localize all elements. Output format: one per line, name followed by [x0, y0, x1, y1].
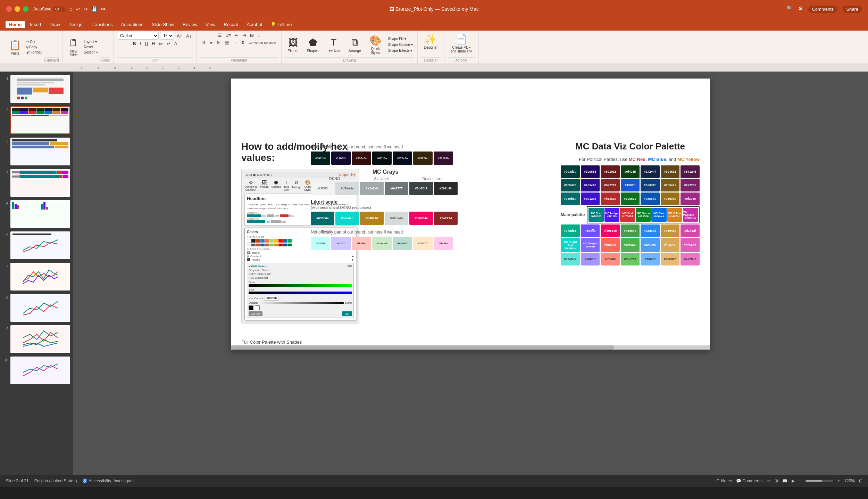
arrange-button[interactable]: ⧉ Arrange — [346, 35, 364, 54]
comments-button[interactable]: Comments — [808, 6, 837, 13]
bold-button[interactable]: B — [131, 40, 137, 47]
indent-decrease-button[interactable]: ⇤ — [233, 32, 240, 39]
slide-thumb-9[interactable]: 9 — [2, 325, 71, 354]
align-right-button[interactable]: ⫸ — [215, 39, 222, 46]
slide-panel[interactable]: 1 — [0, 72, 73, 475]
slide-thumb-4[interactable]: 4 — [2, 168, 71, 197]
more-icon[interactable]: ••• — [101, 6, 106, 12]
align-left-button[interactable]: ⫷ — [200, 39, 207, 46]
quick-styles-button[interactable]: 🎨 Quick Styles — [367, 33, 384, 56]
menu-design[interactable]: Design — [65, 21, 86, 28]
reset-button[interactable]: Reset — [83, 45, 99, 49]
reading-view-button[interactable]: 📖 — [782, 478, 787, 483]
slide-thumb-6[interactable]: 6 — [2, 231, 71, 260]
menu-acrobat[interactable]: Acrobat — [243, 21, 266, 28]
slideshow-button[interactable]: ▶ — [792, 478, 795, 483]
underline-button[interactable]: U — [143, 40, 149, 47]
smartart-button[interactable]: Convert to SmartArt — [247, 40, 278, 45]
slide-thumb-5[interactable]: 5 — [2, 199, 71, 229]
menu-tellme[interactable]: 💡Tell me — [267, 21, 295, 28]
align-vert-button[interactable]: ⇕ — [240, 39, 246, 46]
settings-icon[interactable]: ⚙ — [798, 6, 803, 13]
picture-button[interactable]: 🖼 Picture — [285, 35, 301, 54]
autosave-toggle[interactable]: AutoSave OFF — [33, 7, 65, 11]
slide-sorter-button[interactable]: ⊞ — [775, 478, 778, 483]
menu-home[interactable]: Home — [6, 21, 25, 28]
cut-button[interactable]: ✂Cut — [25, 40, 43, 44]
menu-draw[interactable]: Draw — [46, 21, 64, 28]
slide-preview-7[interactable] — [10, 263, 70, 291]
font-decrease-button[interactable]: A↓ — [185, 33, 193, 39]
slide-preview-2[interactable] — [10, 106, 70, 134]
italic-button[interactable]: I — [139, 40, 143, 47]
zoom-slider[interactable] — [806, 480, 833, 482]
slide-preview-6[interactable] — [10, 231, 70, 259]
line-spacing-button[interactable]: ↕ — [256, 32, 261, 39]
numbering-button[interactable]: 1≡ — [224, 32, 232, 39]
slide-preview-10[interactable] — [10, 357, 70, 384]
zoom-in-button[interactable]: + — [837, 478, 840, 483]
shape-effects-button[interactable]: Shape Effects ▾ — [387, 48, 414, 53]
slide-preview-1[interactable] — [10, 75, 70, 103]
slide-thumb-2[interactable]: 2 — [2, 106, 71, 135]
font-size-select[interactable]: 18 — [160, 32, 174, 40]
section-button[interactable]: Section ▾ — [83, 50, 99, 55]
textbox-button[interactable]: T Text Box — [324, 35, 343, 54]
slide-thumb-10[interactable]: 10 — [2, 356, 71, 385]
zoom-out-button[interactable]: − — [799, 478, 801, 483]
slide-preview-3[interactable] — [10, 138, 70, 165]
save-icon[interactable]: 💾 — [91, 6, 97, 12]
shape-fill-button[interactable]: Shape Fill ▾ — [387, 36, 414, 41]
slide-thumb-8[interactable]: 8 — [2, 293, 71, 322]
slide-thumb-3[interactable]: 3 — [2, 137, 71, 166]
notes-button[interactable]: 🗒 Notes — [716, 478, 732, 483]
align-center-button[interactable]: ≡ — [208, 39, 214, 46]
text-direction-button[interactable]: ↔ — [231, 39, 239, 46]
layout-button[interactable]: Layout ▾ — [83, 40, 99, 44]
copy-button[interactable]: ⎘Copy — [25, 45, 43, 49]
designer-button[interactable]: ✨ Designer — [421, 32, 441, 51]
subscript-button[interactable]: x₂ — [157, 40, 164, 47]
align-justify-button[interactable]: ▤ — [223, 39, 230, 46]
zoom-level[interactable]: 120% — [844, 478, 855, 483]
fit-button[interactable]: ⊡ — [859, 478, 862, 483]
bullets-button[interactable]: ☰ — [216, 32, 223, 39]
columns-button[interactable]: ⊟ — [249, 32, 255, 39]
close-button[interactable] — [6, 6, 12, 12]
screenshot-ok-button[interactable]: OK — [342, 311, 352, 316]
font-increase-button[interactable]: A↑ — [175, 33, 183, 39]
slide-preview-4[interactable] — [10, 169, 70, 197]
screenshot-cancel-button[interactable]: Cancel — [249, 311, 262, 316]
strikethrough-button[interactable]: S — [151, 40, 157, 47]
slide-thumb-1[interactable]: 1 — [2, 74, 71, 104]
font-family-select[interactable]: Calibri — [117, 32, 159, 40]
horizontal-scrollbar[interactable] — [231, 345, 710, 350]
menu-insert[interactable]: Insert — [26, 21, 45, 28]
slide-preview-5[interactable] — [10, 200, 70, 228]
slide-preview-9[interactable] — [10, 325, 70, 353]
menu-slideshow[interactable]: Slide Show — [148, 21, 178, 28]
slide-thumb-7[interactable]: 7 — [2, 262, 71, 291]
canvas-area[interactable]: How to add/modify hex values: ⊡ ⊟ ▣ ∆ ⊕ … — [73, 72, 868, 475]
font-color-button[interactable]: A — [173, 40, 179, 47]
menu-record[interactable]: Record — [220, 21, 242, 28]
menu-animations[interactable]: Animations — [118, 21, 147, 28]
slide-preview-8[interactable] — [10, 294, 70, 322]
paste-button[interactable]: 📋 Paste — [6, 38, 24, 57]
menu-transitions[interactable]: Transitions — [87, 21, 116, 28]
home-icon[interactable]: ⌂ — [69, 6, 72, 12]
normal-view-button[interactable]: ▭ — [767, 478, 770, 483]
minimize-button[interactable] — [15, 6, 20, 12]
create-pdf-button[interactable]: 📄 Create PDF and share link — [448, 32, 475, 55]
menu-review[interactable]: Review — [179, 21, 201, 28]
redo-icon[interactable]: ↪ — [84, 6, 88, 12]
format-button[interactable]: 🖌Format — [25, 50, 43, 55]
maximize-button[interactable] — [23, 6, 28, 12]
shapes-button[interactable]: ⬟ Shapes — [304, 35, 322, 54]
shape-outline-button[interactable]: Shape Outline ▾ — [387, 42, 414, 47]
menu-view[interactable]: View — [202, 21, 219, 28]
share-button[interactable]: Share — [843, 6, 862, 13]
indent-increase-button[interactable]: ⇥ — [241, 32, 248, 39]
scrollbar-thumb[interactable] — [231, 345, 614, 350]
undo-icon[interactable]: ↩ — [76, 6, 80, 12]
